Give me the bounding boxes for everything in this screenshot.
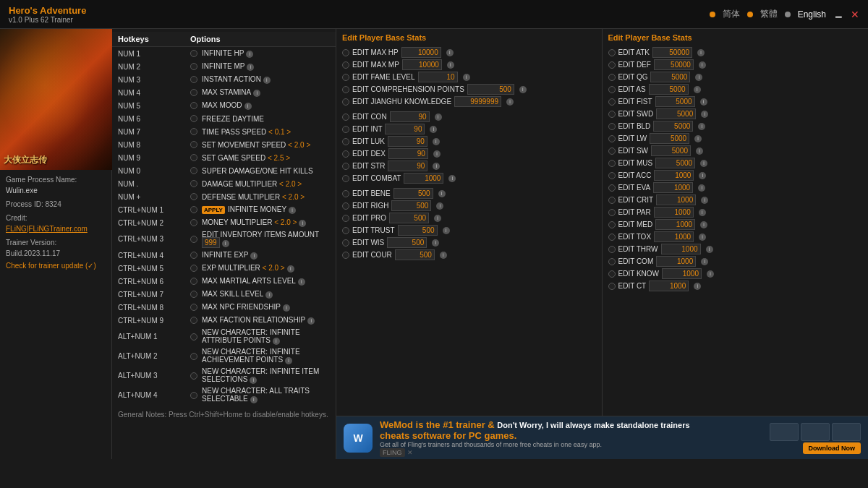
slider-control[interactable]: < 2.0 > (274, 218, 297, 226)
info-icon[interactable]: i (698, 184, 705, 192)
stat-value-input[interactable] (651, 145, 691, 156)
stat-value-input[interactable] (649, 281, 689, 291)
info-icon[interactable]: i (287, 265, 294, 273)
stat-toggle[interactable] (608, 258, 616, 265)
toggle-circle[interactable] (190, 206, 197, 213)
stat-toggle[interactable] (608, 184, 616, 192)
info-icon[interactable]: i (519, 86, 527, 93)
info-icon[interactable]: i (446, 49, 454, 56)
stat-value-input[interactable] (402, 59, 442, 70)
toggle-circle[interactable] (190, 219, 197, 226)
edit-value[interactable]: 999 (202, 237, 220, 248)
credit-link[interactable]: FLiNG|FLiNGTrainer.com (6, 225, 88, 233)
stat-value-input[interactable] (653, 121, 693, 132)
info-icon[interactable]: i (701, 197, 708, 204)
stat-toggle[interactable] (342, 86, 349, 93)
toggle-circle[interactable] (190, 141, 197, 148)
info-icon[interactable]: i (698, 123, 705, 130)
info-icon[interactable]: i (696, 147, 703, 155)
stat-value-input[interactable] (467, 84, 514, 95)
toggle-circle[interactable] (190, 167, 197, 174)
info-icon[interactable]: i (699, 172, 706, 179)
info-icon[interactable]: i (273, 338, 280, 345)
info-icon[interactable]: i (700, 98, 707, 106)
info-icon[interactable]: i (447, 61, 454, 69)
slider-control[interactable]: < 2.0 > (263, 264, 285, 272)
info-icon[interactable]: i (700, 221, 707, 228)
stat-toggle[interactable] (608, 86, 616, 93)
stat-toggle[interactable] (608, 123, 616, 130)
info-icon[interactable]: i (244, 103, 252, 110)
toggle-circle[interactable] (190, 89, 197, 96)
stat-toggle[interactable] (342, 114, 349, 121)
stat-toggle[interactable] (608, 147, 616, 155)
stat-toggle[interactable] (342, 227, 349, 234)
toggle-circle[interactable] (190, 372, 197, 380)
info-icon[interactable]: i (707, 270, 714, 278)
stat-value-input[interactable] (418, 72, 458, 82)
info-icon[interactable]: i (694, 135, 702, 142)
stat-toggle[interactable] (342, 74, 349, 81)
info-icon[interactable]: i (434, 215, 441, 222)
toggle-circle[interactable] (190, 102, 197, 109)
stat-value-input[interactable] (656, 108, 696, 119)
stat-value-input[interactable] (650, 72, 690, 82)
info-icon[interactable]: i (247, 64, 254, 71)
stat-toggle[interactable] (342, 126, 349, 133)
info-icon[interactable]: i (289, 207, 296, 214)
info-icon[interactable]: i (694, 86, 701, 93)
info-icon[interactable]: i (706, 246, 713, 253)
info-icon[interactable]: i (433, 138, 440, 145)
stat-value-input[interactable] (655, 158, 695, 168)
stat-toggle[interactable] (608, 197, 616, 204)
stat-value-input[interactable] (654, 170, 694, 181)
info-icon[interactable]: i (699, 61, 706, 69)
info-icon[interactable]: i (463, 74, 470, 81)
stat-value-input[interactable] (662, 268, 702, 279)
stat-value-input[interactable] (654, 207, 694, 218)
stat-value-input[interactable] (388, 148, 428, 159)
stat-value-input[interactable] (454, 96, 501, 107)
stat-value-input[interactable] (656, 256, 696, 267)
info-icon[interactable]: i (432, 239, 439, 247)
stat-value-input[interactable] (656, 194, 696, 205)
toggle-circle[interactable] (190, 333, 197, 341)
info-icon[interactable]: i (443, 227, 450, 234)
stat-toggle[interactable] (608, 283, 616, 290)
info-icon[interactable]: i (699, 209, 706, 216)
stat-value-input[interactable] (388, 136, 427, 147)
toggle-circle[interactable] (190, 180, 197, 187)
toggle-circle[interactable] (190, 76, 197, 83)
lang-en[interactable]: English (798, 9, 826, 20)
stat-toggle[interactable] (342, 98, 349, 106)
toggle-circle[interactable] (190, 252, 197, 259)
stat-value-input[interactable] (390, 111, 430, 122)
stat-value-input[interactable] (401, 47, 441, 58)
info-icon[interactable]: i (506, 98, 514, 106)
toggle-circle[interactable] (190, 353, 197, 360)
stat-toggle[interactable] (342, 138, 349, 145)
stat-value-input[interactable] (391, 200, 431, 211)
info-icon[interactable]: i (697, 49, 705, 56)
info-icon[interactable]: i (430, 126, 437, 133)
stat-toggle[interactable] (608, 61, 616, 69)
toggle-circle[interactable] (190, 63, 197, 70)
stat-toggle[interactable] (608, 234, 616, 241)
stat-toggle[interactable] (342, 175, 349, 182)
download-button[interactable]: Download Now (803, 442, 861, 454)
stat-value-input[interactable] (388, 160, 427, 171)
stat-toggle[interactable] (608, 246, 616, 253)
stat-toggle[interactable] (342, 61, 349, 69)
stat-value-input[interactable] (385, 124, 425, 134)
stat-toggle[interactable] (342, 49, 349, 56)
slider-control[interactable]: < 2.0 > (288, 141, 310, 149)
stat-value-input[interactable] (652, 47, 692, 58)
stat-toggle[interactable] (608, 135, 616, 142)
info-icon[interactable]: i (433, 163, 440, 170)
stat-toggle[interactable] (608, 74, 616, 81)
stat-toggle[interactable] (608, 209, 616, 216)
slider-control[interactable]: < 2.0 > (282, 193, 305, 201)
toggle-circle[interactable] (190, 265, 197, 272)
toggle-circle[interactable] (190, 115, 197, 122)
stat-value-input[interactable] (398, 225, 438, 236)
